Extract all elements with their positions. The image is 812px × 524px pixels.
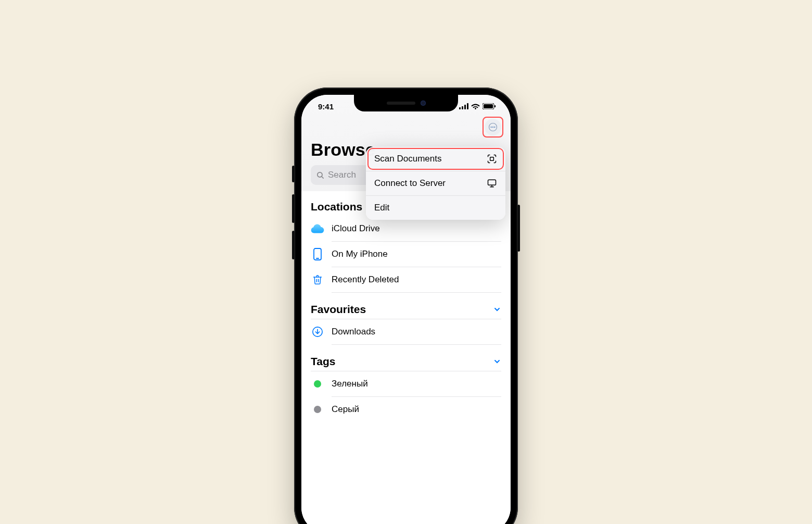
highlight-box	[483, 117, 503, 138]
tag-gray[interactable]: Серый	[311, 397, 501, 422]
list-item-label: Recently Deleted	[332, 275, 399, 285]
trash-icon	[311, 274, 324, 285]
section-title: Tags	[311, 355, 335, 368]
tag-color-dot	[311, 406, 324, 413]
section-title: Locations	[311, 201, 362, 213]
svg-rect-13	[490, 157, 494, 161]
scan-icon	[487, 154, 497, 164]
svg-rect-1	[462, 106, 463, 109]
status-time: 9:41	[318, 102, 334, 111]
menu-item-scan-documents[interactable]: Scan Documents	[366, 147, 505, 171]
menu-item-label: Edit	[374, 203, 389, 213]
search-placeholder: Search	[328, 170, 356, 180]
server-icon	[487, 178, 497, 189]
context-menu: Scan Documents Connect to Server Edit	[366, 147, 505, 220]
svg-rect-6	[494, 105, 496, 107]
location-icloud-drive[interactable]: iCloud Drive	[311, 216, 501, 241]
svg-line-12	[322, 176, 323, 178]
power-button	[517, 205, 520, 252]
svg-rect-14	[488, 180, 496, 185]
menu-item-label: Scan Documents	[374, 154, 441, 164]
section-tags: Tags Зеленый Серый	[311, 355, 501, 422]
volume-down-button	[292, 231, 295, 259]
svg-rect-5	[484, 104, 493, 108]
download-icon	[311, 326, 324, 338]
volume-up-button	[292, 194, 295, 223]
tag-color-dot	[311, 380, 324, 388]
svg-rect-2	[464, 105, 466, 109]
cloud-icon	[311, 223, 324, 234]
list-item-label: iCloud Drive	[332, 223, 380, 234]
list-item-label: Серый	[332, 404, 359, 415]
mute-switch	[292, 166, 295, 182]
list-item-label: Зеленый	[332, 379, 368, 389]
search-icon	[316, 171, 325, 180]
phone-frame: 9:41 Browse	[294, 88, 518, 524]
front-camera	[421, 101, 426, 106]
location-on-my-iphone[interactable]: On My iPhone	[311, 242, 501, 267]
notch	[354, 95, 458, 111]
menu-item-label: Connect to Server	[374, 178, 446, 189]
svg-rect-0	[459, 107, 461, 109]
chevron-down-icon	[493, 305, 501, 314]
divider	[332, 344, 501, 345]
more-button[interactable]	[485, 119, 501, 135]
section-header-tags[interactable]: Tags	[311, 355, 501, 371]
speaker-slot	[387, 102, 415, 105]
menu-item-edit[interactable]: Edit	[366, 196, 505, 220]
section-title: Favourites	[311, 303, 366, 316]
screen: 9:41 Browse	[301, 95, 511, 524]
phone-icon	[311, 248, 324, 260]
favourite-downloads[interactable]: Downloads	[311, 319, 501, 344]
menu-item-connect-to-server[interactable]: Connect to Server	[366, 171, 505, 196]
chevron-down-icon	[493, 357, 501, 366]
location-recently-deleted[interactable]: Recently Deleted	[311, 267, 501, 292]
tag-green[interactable]: Зеленый	[311, 371, 501, 396]
section-favourites: Favourites Downloads	[311, 303, 501, 345]
list-item-label: On My iPhone	[332, 249, 388, 259]
battery-icon	[483, 103, 496, 109]
cellular-icon	[459, 103, 468, 109]
svg-rect-3	[467, 103, 468, 109]
content-area: Locations iCloud Drive On My	[301, 191, 511, 524]
divider	[332, 292, 501, 293]
list-item-label: Downloads	[332, 327, 375, 337]
section-header-favourites[interactable]: Favourites	[311, 303, 501, 319]
wifi-icon	[471, 103, 480, 109]
